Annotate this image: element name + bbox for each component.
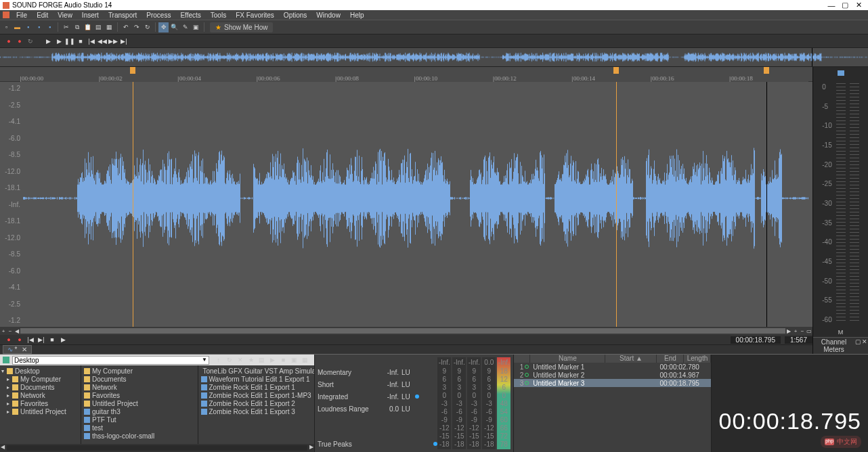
location-combo[interactable]: Desktop ▼ <box>12 356 209 365</box>
cut-button[interactable]: ✂ <box>61 22 71 32</box>
fader-knob[interactable] <box>838 70 844 76</box>
tree-node[interactable]: ▸My Computer <box>1 375 79 383</box>
menu-fx-favorites[interactable]: FX Favorites <box>232 12 278 19</box>
meters-dock-icon[interactable]: ▢ <box>854 338 861 353</box>
list-item[interactable]: Documents <box>83 375 196 383</box>
exp-scroll-right-icon[interactable]: ▶ <box>309 444 314 452</box>
pause-button[interactable]: ❚❚ <box>65 37 74 46</box>
meters-close-icon[interactable]: ✕ <box>861 338 868 353</box>
scroll-left-icon[interactable]: ◀ <box>14 328 20 334</box>
menu-options[interactable]: Options <box>280 12 311 19</box>
go-start-button[interactable]: |◀ <box>87 37 96 46</box>
col-name[interactable]: Name <box>530 355 605 363</box>
marker-flag-3[interactable] <box>764 67 769 74</box>
menu-help[interactable]: Help <box>346 12 368 19</box>
tree-node[interactable]: ▸Network <box>1 391 79 399</box>
mini-stop-button[interactable]: ■ <box>47 335 57 344</box>
copy-button[interactable]: ⧉ <box>72 22 82 32</box>
tree-node[interactable]: ▸Documents <box>1 383 79 391</box>
play-all-button[interactable]: ▶ <box>54 37 64 46</box>
rewind-button[interactable]: ◀◀ <box>97 37 107 46</box>
region-row[interactable]: 2Untitled Marker 200:00:14.987 <box>514 371 711 379</box>
overview-strip[interactable] <box>0 48 868 67</box>
regions-header[interactable]: Name Start ▲ End Length <box>514 355 711 363</box>
exp-auto-button[interactable]: ▣ <box>289 355 299 365</box>
col-length[interactable]: Length <box>684 355 711 363</box>
list-item[interactable]: My Computer <box>83 367 196 375</box>
record-button[interactable]: ● <box>4 37 14 46</box>
list-item[interactable]: Favorites <box>83 391 196 399</box>
tree-node[interactable]: ▾Desktop <box>1 367 79 375</box>
app-menu-icon[interactable] <box>3 12 9 18</box>
exp-views-button[interactable]: ▤ <box>257 355 267 365</box>
list-item[interactable]: Zombie Rock Edit 1 Export 1 <box>200 383 313 391</box>
list-item[interactable]: test <box>83 424 196 432</box>
zoom-ratio-readout[interactable]: 1:567 <box>785 336 812 344</box>
tab-close-icon[interactable]: ✕ <box>22 346 27 353</box>
marker-flag-2[interactable] <box>613 67 619 74</box>
exp-stop-button[interactable]: ■ <box>278 355 288 365</box>
tree-node[interactable]: ▸Favorites <box>1 399 79 407</box>
exp-delete-button[interactable]: ✕ <box>235 355 245 365</box>
mini-go-start-button[interactable]: |◀ <box>26 335 35 344</box>
col-idx[interactable] <box>514 355 530 363</box>
col-start[interactable]: Start ▲ <box>605 355 657 363</box>
show-me-how-button[interactable]: ★ Show Me How <box>210 22 273 32</box>
explorer-list-2[interactable]: ToneLib GFX Guitar VST Amp SimulatorWave… <box>198 365 315 444</box>
exp-fav-button[interactable]: ★ <box>246 355 256 365</box>
menu-edit[interactable]: Edit <box>32 12 52 19</box>
col-end[interactable]: End <box>657 355 684 363</box>
open-button[interactable]: ▬ <box>12 22 22 32</box>
list-item[interactable]: Untitled Project <box>83 399 196 407</box>
list-item[interactable]: Zombie Rock Edit 1 Export 3 <box>200 407 313 415</box>
region-row[interactable]: 3Untitled Marker 300:00:18.795 <box>514 379 711 387</box>
list-item[interactable]: PTF Tut <box>83 415 196 424</box>
list-item[interactable]: guitar th3 <box>83 407 196 415</box>
save-button[interactable]: ▪ <box>23 22 33 32</box>
menu-effects[interactable]: Effects <box>176 12 204 19</box>
zoom-minus-icon[interactable]: − <box>799 328 806 334</box>
menu-file[interactable]: File <box>12 12 31 19</box>
list-item[interactable]: Waveform Tutorial Edit 1 Export 1 <box>200 375 313 383</box>
time-ruler[interactable] <box>0 67 812 82</box>
big-time-readout[interactable]: 00:00:18.795 <box>718 408 861 434</box>
combo-dropdown-icon[interactable]: ▼ <box>202 357 209 364</box>
mini-record-button[interactable]: ● <box>4 335 14 344</box>
scroll-thumb[interactable] <box>20 328 785 334</box>
save-as-button[interactable]: ▪ <box>45 22 55 32</box>
scroll-plus-icon[interactable]: + <box>0 328 7 334</box>
exp-list-button[interactable]: ▦ <box>300 355 310 365</box>
list-item[interactable]: Network <box>83 383 196 391</box>
go-end-button[interactable]: ▶| <box>119 37 129 46</box>
maximize-button[interactable]: ▢ <box>838 1 852 9</box>
edit-tool-button[interactable]: ✥ <box>158 22 169 32</box>
current-time-readout[interactable]: 00:00:18.795 <box>731 336 781 344</box>
pencil-tool-button[interactable]: ✎ <box>180 22 190 32</box>
new-button[interactable]: ▫ <box>1 22 12 32</box>
exp-play-button[interactable]: ▶ <box>267 355 278 365</box>
close-button[interactable]: ✕ <box>852 1 865 9</box>
mini-go-end-button[interactable]: ▶| <box>37 335 46 344</box>
list-item[interactable]: ToneLib GFX Guitar VST Amp Simulator <box>200 367 313 375</box>
document-tab[interactable]: ∿ * ✕ <box>3 345 32 354</box>
zoom-fit-icon[interactable]: ▭ <box>806 328 812 334</box>
exp-refresh-button[interactable]: ↻ <box>224 355 234 365</box>
list-item[interactable]: Zombie Rock Edit 1 Export 2 <box>200 399 313 407</box>
menu-window[interactable]: Window <box>312 12 345 19</box>
exp-up-button[interactable]: ↑ <box>213 355 223 365</box>
redo-button[interactable]: ↷ <box>131 22 142 32</box>
menu-view[interactable]: View <box>53 12 77 19</box>
paste-button[interactable]: 📋 <box>83 22 93 32</box>
mini-record2-button[interactable]: ● <box>15 335 24 344</box>
explorer-scrollbar[interactable]: ◀ ▶ <box>0 444 314 452</box>
horizontal-scrollbar[interactable]: + − ◀ ▶ + − ▭ <box>0 327 812 335</box>
event-tool-button[interactable]: ▣ <box>191 22 201 32</box>
region-row[interactable]: 1Untitled Marker 100:00:02.780 <box>514 363 711 371</box>
loop-button[interactable]: ↻ <box>26 37 35 46</box>
meter-fader[interactable] <box>813 67 868 79</box>
waveform-display[interactable]: -1.2-2.5-4.1-6.0-8.5-12.0-18.1-Inf.-18.1… <box>0 82 812 327</box>
menu-tools[interactable]: Tools <box>207 12 230 19</box>
stop-button[interactable]: ■ <box>76 37 85 46</box>
menu-transport[interactable]: Transport <box>104 12 141 19</box>
regions-list[interactable]: 1Untitled Marker 100:00:02.7802Untitled … <box>514 363 711 387</box>
